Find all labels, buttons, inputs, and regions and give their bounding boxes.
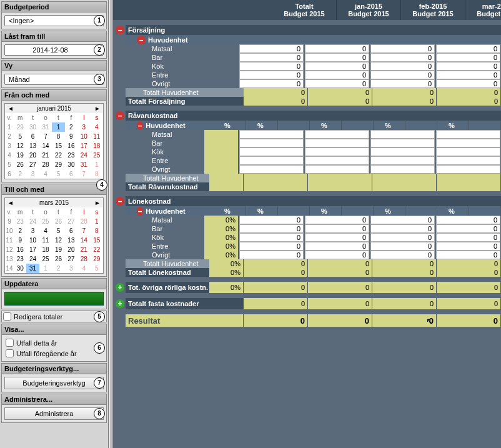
cal-day[interactable]: 4: [39, 169, 52, 179]
cal-day[interactable]: 28: [39, 160, 52, 169]
value-cell[interactable]: [239, 130, 304, 139]
cal-day[interactable]: 25: [91, 151, 103, 160]
cal-day[interactable]: 6: [65, 226, 77, 236]
collapse-icon[interactable]: –: [137, 207, 143, 216]
cal-day[interactable]: 8: [52, 132, 64, 141]
cal-day[interactable]: 4: [91, 122, 103, 132]
budgetperiod-select[interactable]: <Ingen>: [4, 15, 104, 26]
value-cell[interactable]: [370, 139, 435, 147]
value-cell[interactable]: [239, 147, 304, 156]
value-cell[interactable]: [370, 147, 435, 156]
cal-day[interactable]: 15: [91, 236, 103, 245]
value-cell[interactable]: 0: [239, 251, 304, 259]
expand-icon[interactable]: +: [116, 283, 124, 292]
update-button[interactable]: [4, 292, 104, 306]
value-cell[interactable]: [239, 156, 304, 165]
value-cell[interactable]: 0: [370, 251, 435, 259]
cal-day[interactable]: 6: [26, 132, 39, 141]
cal-day[interactable]: 3: [65, 264, 77, 273]
cal-day[interactable]: 7: [77, 226, 90, 236]
cal-prev[interactable]: ◄: [7, 105, 14, 112]
cal-day[interactable]: 16: [14, 245, 26, 254]
value-cell[interactable]: 0: [305, 44, 369, 53]
cal-day[interactable]: 26: [52, 217, 64, 226]
value-cell[interactable]: [436, 165, 500, 174]
cal-day[interactable]: 27: [65, 254, 77, 264]
cal-day[interactable]: 5: [91, 264, 103, 273]
value-cell[interactable]: 0: [305, 216, 369, 224]
cal-day[interactable]: 6: [65, 169, 77, 179]
cal-day[interactable]: 24: [77, 151, 90, 160]
cal-day[interactable]: 5: [14, 132, 26, 141]
value-cell[interactable]: 0: [436, 71, 500, 79]
value-cell[interactable]: [436, 139, 500, 147]
value-cell[interactable]: 0: [436, 62, 500, 71]
cal-day[interactable]: 7: [77, 169, 90, 179]
value-cell[interactable]: [436, 130, 500, 139]
cal-day[interactable]: 20: [65, 245, 77, 254]
cal-day[interactable]: 19: [52, 245, 64, 254]
value-cell[interactable]: 0: [239, 79, 304, 88]
cal-day[interactable]: 23: [14, 217, 26, 226]
value-cell[interactable]: [305, 147, 369, 156]
cal-day[interactable]: 2: [14, 226, 26, 236]
value-cell[interactable]: 0: [239, 233, 304, 242]
cal-day[interactable]: 26: [52, 254, 64, 264]
cal-day[interactable]: 7: [39, 132, 52, 141]
collapse-icon[interactable]: –: [116, 26, 124, 34]
cal-day[interactable]: 4: [39, 226, 52, 236]
edit-totals-checkbox[interactable]: [3, 312, 11, 321]
value-cell[interactable]: 0: [239, 44, 304, 53]
locked-until-select[interactable]: 2014-12-08: [4, 44, 104, 56]
value-cell[interactable]: 0: [370, 242, 435, 251]
value-cell[interactable]: 0: [305, 233, 369, 242]
value-cell[interactable]: [239, 165, 304, 174]
cal-day[interactable]: 30: [14, 264, 26, 273]
cal-day[interactable]: 22: [91, 245, 103, 254]
value-cell[interactable]: [370, 156, 435, 165]
cal-day[interactable]: 13: [65, 236, 77, 245]
value-cell[interactable]: [305, 130, 369, 139]
cal-day[interactable]: 8: [91, 169, 103, 179]
value-cell[interactable]: 0: [370, 233, 435, 242]
cal-day[interactable]: 18: [91, 141, 103, 151]
cal-day[interactable]: 11: [91, 132, 103, 141]
value-cell[interactable]: [370, 165, 435, 174]
value-cell[interactable]: 0: [370, 224, 435, 233]
value-cell[interactable]: 0: [370, 44, 435, 53]
cal-day[interactable]: 26: [14, 160, 26, 169]
collapse-icon[interactable]: –: [137, 36, 146, 44]
cal-day[interactable]: 30: [26, 122, 39, 132]
admin-button[interactable]: Administrera: [4, 407, 104, 420]
cal-day[interactable]: 13: [26, 141, 39, 151]
cal-day[interactable]: 15: [52, 141, 64, 151]
value-cell[interactable]: 0: [305, 79, 369, 88]
cal-day[interactable]: 17: [26, 245, 39, 254]
value-cell[interactable]: 0: [436, 242, 500, 251]
value-cell[interactable]: 0: [305, 62, 369, 71]
cal-day[interactable]: 2: [52, 264, 64, 273]
value-cell[interactable]: 0: [436, 224, 500, 233]
value-cell[interactable]: 0: [239, 62, 304, 71]
cal-day[interactable]: 9: [65, 132, 77, 141]
cal-day[interactable]: 25: [39, 217, 52, 226]
value-cell[interactable]: 0: [370, 62, 435, 71]
value-cell[interactable]: 0: [305, 53, 369, 62]
cal-day[interactable]: 16: [65, 141, 77, 151]
cal-day[interactable]: 2: [14, 169, 26, 179]
cal-day[interactable]: 3: [77, 122, 90, 132]
calendar-from[interactable]: ◄januari 2015►v.mtotfls12930311234256789…: [4, 103, 104, 179]
cal-day[interactable]: 20: [26, 151, 39, 160]
cal-day[interactable]: 10: [26, 236, 39, 245]
cal-day[interactable]: 29: [52, 160, 64, 169]
cal-day[interactable]: 25: [39, 254, 52, 264]
value-cell[interactable]: [305, 156, 369, 165]
cal-day[interactable]: 9: [14, 236, 26, 245]
cal-day[interactable]: 1: [91, 217, 103, 226]
value-cell[interactable]: [370, 130, 435, 139]
value-cell[interactable]: 0: [239, 216, 304, 224]
cal-day[interactable]: 1: [52, 122, 64, 132]
value-cell[interactable]: 0: [370, 53, 435, 62]
value-cell[interactable]: 0: [436, 53, 500, 62]
value-cell[interactable]: [436, 147, 500, 156]
